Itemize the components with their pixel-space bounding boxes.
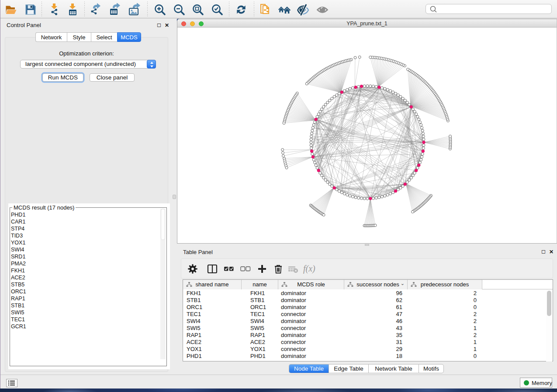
svg-text:f(x): f(x) [303,264,315,274]
